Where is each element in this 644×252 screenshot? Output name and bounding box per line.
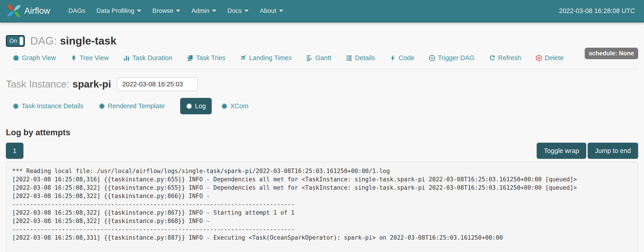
dag-title-prefix: DAG: [30, 35, 56, 47]
tab-graph-view[interactable]: Graph View [13, 54, 56, 62]
tab-task-tries[interactable]: Task Tries [187, 54, 226, 62]
caret-down-icon [244, 10, 248, 12]
task-instance-name: spark-pi [72, 79, 111, 90]
nav-label: Admin [192, 7, 209, 14]
tab-label: Graph View [22, 54, 56, 62]
task-instance-tabs: Task Instance Details Rendered Template … [6, 98, 638, 114]
nav-label: About [260, 7, 276, 14]
utc-clock: 2022-03-08 16:28:08 UTC [559, 7, 635, 15]
dag-header: On DAG: single-task [6, 35, 638, 47]
caret-down-icon [176, 10, 180, 12]
tab-rendered-template[interactable]: Rendered Template [99, 102, 165, 110]
plane-icon [240, 55, 247, 61]
task-instance-prefix: Task Instance: [6, 79, 69, 90]
execution-date-input[interactable] [117, 77, 198, 91]
tab-details[interactable]: Details [346, 54, 375, 62]
top-navbar: Airflow DAGs Data Profiling Browse Admin… [0, 0, 644, 22]
duplicate-icon [187, 55, 194, 61]
nav-item-about[interactable]: About [254, 0, 289, 22]
tab-label: Log [195, 102, 206, 110]
tab-gantt[interactable]: Gantt [306, 54, 331, 62]
tab-trigger-dag[interactable]: Trigger DAG [429, 54, 474, 62]
caret-down-icon [137, 10, 141, 12]
dag-title-name: single-task [60, 35, 116, 47]
tab-label: Code [399, 54, 414, 62]
certificate-icon [13, 103, 19, 109]
align-left-icon [306, 55, 313, 61]
nav-item-admin[interactable]: Admin [186, 0, 222, 22]
certificate-icon [186, 103, 192, 109]
tab-label: Task Duration [132, 54, 172, 62]
tab-refresh[interactable]: Refresh [489, 54, 521, 62]
jump-to-end-button[interactable]: Jump to end [588, 143, 638, 159]
certificate-icon [13, 55, 20, 61]
tab-task-instance-details[interactable]: Task Instance Details [13, 102, 84, 110]
bolt-icon [390, 55, 396, 61]
nav-item-dags[interactable]: DAGs [63, 0, 91, 22]
tab-tree-view[interactable]: Tree View [70, 54, 109, 62]
tab-xcom[interactable]: XCom [221, 102, 248, 110]
tab-label: Trigger DAG [438, 54, 474, 62]
tab-label: Delete [545, 54, 564, 62]
caret-down-icon [279, 10, 283, 12]
log-output: *** Reading local file: /usr/local/airfl… [6, 161, 638, 252]
nav-label: DAGs [68, 7, 85, 14]
nav-label: Docs [228, 7, 242, 14]
tab-label: Task Instance Details [22, 102, 84, 110]
attempt-1-tab[interactable]: 1 [6, 143, 24, 159]
tab-label: XCom [230, 102, 248, 110]
tab-label: Refresh [498, 54, 521, 62]
tab-label: Gantt [315, 54, 331, 62]
page-content: schedule: None On DAG: single-task Graph… [0, 35, 644, 252]
certificate-icon [99, 103, 105, 109]
section-divider [13, 69, 638, 70]
list-icon [346, 55, 352, 61]
nav-label: Data Profiling [96, 7, 134, 14]
toggle-knob-icon [20, 37, 23, 45]
main-menu: DAGs Data Profiling Browse Admin Docs Ab… [63, 0, 289, 22]
refresh-icon [489, 55, 496, 61]
brand-label: Airflow [24, 6, 50, 16]
tab-label: Details [355, 54, 375, 62]
tree-icon [70, 55, 77, 61]
log-toolbar: 1 Toggle wrap Jump to end [6, 143, 638, 159]
tab-label: Task Tries [196, 54, 226, 62]
toggle-on-label: On [7, 36, 20, 46]
nav-item-browse[interactable]: Browse [147, 0, 186, 22]
task-instance-header: Task Instance: spark-pi [6, 77, 638, 91]
tab-delete[interactable]: Delete [536, 54, 564, 62]
tab-landing-times[interactable]: Landing Times [240, 54, 292, 62]
nav-label: Browse [152, 7, 174, 14]
play-circle-icon [429, 55, 436, 61]
schedule-badge: schedule: None [585, 48, 638, 59]
tab-task-duration[interactable]: Task Duration [123, 54, 172, 62]
tab-label: Landing Times [249, 54, 292, 62]
times-circle-icon [536, 55, 542, 61]
airflow-pinwheel-icon [6, 3, 22, 19]
toggle-wrap-button[interactable]: Toggle wrap [537, 143, 586, 159]
dag-pause-toggle[interactable]: On [6, 35, 25, 47]
nav-item-docs[interactable]: Docs [222, 0, 254, 22]
dag-view-tabs: Graph View Tree View Task Duration Task … [6, 54, 638, 62]
nav-item-data-profiling[interactable]: Data Profiling [91, 0, 147, 22]
tab-log[interactable]: Log [180, 98, 212, 114]
airflow-logo[interactable]: Airflow [6, 3, 50, 19]
tab-label: Rendered Template [108, 102, 165, 110]
log-by-attempts-heading: Log by attempts [6, 128, 638, 137]
caret-down-icon [212, 10, 216, 12]
certificate-icon [221, 103, 228, 109]
bar-chart-icon [123, 55, 130, 61]
tab-code[interactable]: Code [390, 54, 414, 62]
tab-label: Tree View [80, 54, 109, 62]
